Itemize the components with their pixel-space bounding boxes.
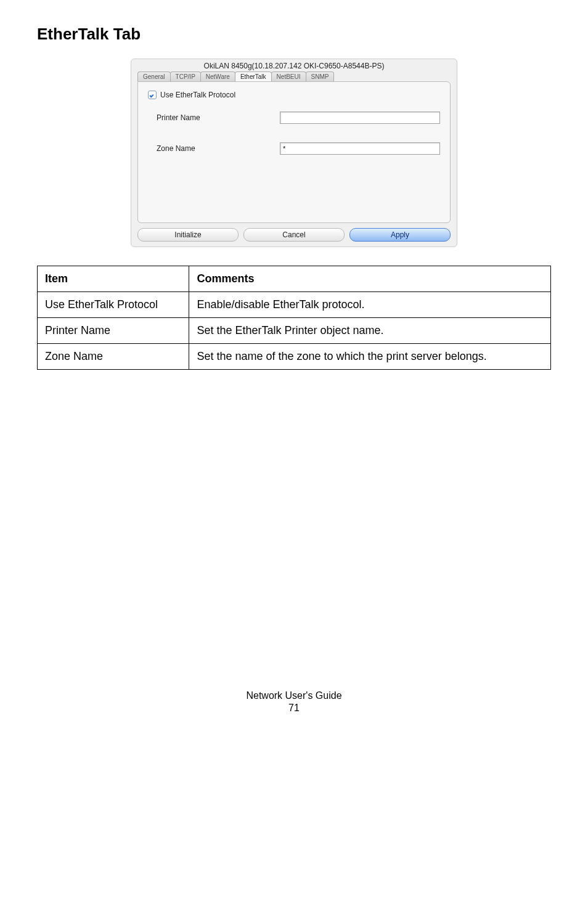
cell-comment: Set the name of the zone to which the pr… <box>189 344 551 370</box>
apply-button[interactable]: Apply <box>349 228 451 242</box>
cell-item: Zone Name <box>38 344 189 370</box>
cancel-button[interactable]: Cancel <box>243 228 345 242</box>
footer-title: Network User's Guide <box>37 690 551 701</box>
zone-name-label: Zone Name <box>157 144 280 153</box>
header-comments: Comments <box>189 266 551 292</box>
printer-name-row: Printer Name <box>157 112 440 124</box>
initialize-button[interactable]: Initialize <box>137 228 239 242</box>
cell-item: Use EtherTalk Protocol <box>38 292 189 318</box>
tab-ethertalk[interactable]: EtherTalk <box>235 71 272 81</box>
cell-comment: Enable/disable EtherTalk protocol. <box>189 292 551 318</box>
table-header-row: Item Comments <box>38 266 551 292</box>
page-footer: Network User's Guide 71 <box>37 690 551 714</box>
footer-page-number: 71 <box>37 703 551 714</box>
tab-snmp[interactable]: SNMP <box>306 71 335 81</box>
use-ethertalk-row: Use EtherTalk Protocol <box>148 91 440 99</box>
header-item: Item <box>38 266 189 292</box>
comments-table: Item Comments Use EtherTalk Protocol Ena… <box>37 266 551 370</box>
page-title: EtherTalk Tab <box>37 25 551 44</box>
tab-netbeui[interactable]: NetBEUI <box>271 71 306 81</box>
tab-general[interactable]: General <box>137 71 171 81</box>
ethertalk-panel: Use EtherTalk Protocol Printer Name Zone… <box>137 81 451 223</box>
printer-name-input[interactable] <box>280 112 440 124</box>
tab-netware[interactable]: NetWare <box>200 71 235 81</box>
use-ethertalk-label: Use EtherTalk Protocol <box>160 91 235 99</box>
zone-name-row: Zone Name * <box>157 142 440 155</box>
table-row: Use EtherTalk Protocol Enable/disable Et… <box>38 292 551 318</box>
cell-item: Printer Name <box>38 318 189 344</box>
cell-comment: Set the EtherTalk Printer object name. <box>189 318 551 344</box>
dialog-window: OkiLAN 8450g(10.18.207.142 OKI-C9650-A85… <box>131 59 457 247</box>
use-ethertalk-checkbox[interactable] <box>148 91 157 99</box>
dialog-title: OkiLAN 8450g(10.18.207.142 OKI-C9650-A85… <box>131 59 457 71</box>
printer-name-label: Printer Name <box>157 113 280 122</box>
tab-bar: General TCP/IP NetWare EtherTalk NetBEUI… <box>131 71 457 81</box>
dialog-button-row: Initialize Cancel Apply <box>131 223 457 242</box>
table-row: Printer Name Set the EtherTalk Printer o… <box>38 318 551 344</box>
zone-name-input[interactable]: * <box>280 142 440 155</box>
table-row: Zone Name Set the name of the zone to wh… <box>38 344 551 370</box>
tab-tcpip[interactable]: TCP/IP <box>170 71 201 81</box>
